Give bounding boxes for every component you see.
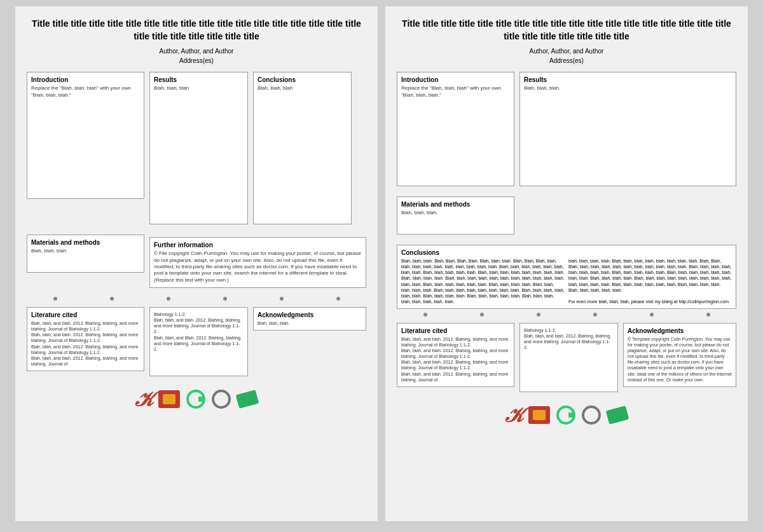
further-text: © File copyright Colin Purrington. You m… [154, 250, 362, 283]
p2-literature-col2-box: Blahology 1:1-2. Blah, blah, and blah. 2… [519, 323, 618, 392]
dot [537, 313, 540, 317]
literature-section: Literature cited Blah, blah, and blah. 2… [27, 307, 144, 376]
literature-text-col2: Blahology 1:1-2. Blah, blah, and blah. 2… [154, 311, 244, 352]
further-heading: Further information [154, 242, 362, 249]
p2-literature-section: Literature cited Blah, blah, and blah. 2… [397, 323, 514, 392]
acknowledgments-box: Acknowledgments Blah, blah, blah. [253, 307, 366, 331]
p2-materials-heading: Materials and methods [401, 201, 510, 208]
literature-col2: Blahology 1:1-2. Blah, blah, and blah. 2… [149, 307, 248, 376]
p2-results-heading: Results [524, 76, 732, 83]
page1-title: Title title title title title title titl… [27, 18, 366, 43]
p2-conclusions-col1: Blah, blah, blah. Blah, Blah, Blah, Blah… [401, 258, 565, 304]
dot [336, 297, 340, 301]
materials-box: Materials and methods Blah, blah, blah [27, 235, 144, 273]
literature-heading: Literature cited [31, 311, 140, 318]
further-box: Further information © File copyright Col… [149, 237, 366, 288]
p2-materials-text: Blah, blah, blah. [401, 210, 510, 216]
dot [280, 297, 284, 301]
page2-icons-row: 𝒦 [397, 399, 736, 432]
page2-bottom: Literature cited Blah, blah, and blah. 2… [397, 323, 736, 392]
introduction-heading: Introduction [31, 76, 140, 83]
page1-bottom: Literature cited Blah, blah, and blah. 2… [27, 307, 366, 376]
introduction-text: Replace the "Blah, blah, blah" with your… [31, 85, 140, 99]
s-icon [236, 390, 259, 409]
page-1: Title title title title title title titl… [15, 6, 378, 521]
page1-author: Author, Author, and Author Address(es) [27, 46, 366, 65]
page1-icons-row: 𝒦 [27, 383, 366, 416]
p2-results-text: Blah, blah, blah. [524, 85, 732, 92]
p2-acknowledgments-text: © Template copyright Colin Purrington. Y… [628, 336, 732, 383]
p2-literature-heading: Literature cited [401, 327, 510, 334]
pages-container: Title title title title title title titl… [15, 6, 748, 521]
conclusions-heading: Conclusions [258, 76, 347, 83]
p2-results-box: Results Blah, blah, blah. [519, 72, 736, 186]
dot [167, 297, 170, 301]
p2-literature-text-col2: Blahology 1:1-2. Blah, blah, and blah. 2… [524, 327, 614, 350]
materials-text: Blah, blah, blah [31, 248, 140, 254]
p2-materials-box: Materials and methods Blah, blah, blah. [397, 196, 514, 235]
o-icon [212, 390, 231, 409]
g-icon [186, 390, 205, 409]
page1-col-left: Introduction Replace the "Blah, blah, bl… [27, 72, 144, 229]
p2-g-icon [556, 406, 575, 425]
dots-row-1 [27, 293, 366, 304]
conclusions-box: Conclusions Blah, blah, blah [253, 72, 352, 224]
results-text: Blah, blah, blah [154, 85, 244, 92]
p2-literature-col1: Blah, blah, and blah. 2012. Blahing, bla… [401, 336, 510, 383]
literature-box: Literature cited Blah, blah, and blah. 2… [27, 307, 144, 371]
page1-col-right: Conclusions Blah, blah, blah [253, 72, 352, 229]
box-icon [158, 390, 180, 408]
p2-o-icon [582, 406, 601, 425]
dots-row-2 [397, 309, 736, 320]
p2-s-icon [606, 406, 629, 425]
results-heading: Results [154, 76, 244, 83]
p2-literature-box: Literature cited Blah, blah, and blah. 2… [397, 323, 514, 387]
p2-acknowledgments-heading: Acknowledgments [628, 327, 732, 334]
dot [423, 313, 427, 317]
literature-text-col1: Blah, blah, and blah. 2012. Blahing, bla… [31, 320, 140, 367]
dot [53, 297, 57, 301]
acknowledgments-text: Blah, blah, blah. [258, 320, 362, 326]
p2-conclusions-box: Conclusions Blah, blah, blah. Blah, Blah… [397, 245, 736, 309]
p2-introduction-text: Replace the "Blah, blah, blah" with your… [401, 85, 510, 99]
acknowledgments-heading: Acknowledgments [258, 311, 362, 318]
p2-introduction-heading: Introduction [401, 76, 510, 83]
dot [110, 297, 114, 301]
p2-conclusions-heading: Conclusions [401, 249, 732, 256]
dot [650, 313, 654, 317]
page2-author: Author, Author, and Author Address(es) [397, 46, 736, 65]
introduction-box: Introduction Replace the "Blah, blah, bl… [27, 72, 144, 199]
dot [480, 313, 484, 317]
dot [706, 313, 710, 317]
dot [593, 313, 597, 317]
p2-acknowledgments-section: Acknowledgments © Template copyright Col… [623, 323, 736, 392]
acknowledgments-section: Acknowledgments Blah, blah, blah. [253, 307, 366, 376]
p2-acknowledgments-box: Acknowledgments © Template copyright Col… [623, 323, 736, 387]
materials-heading: Materials and methods [31, 239, 140, 246]
p2-k-icon: 𝒦 [505, 404, 522, 427]
p2-literature-col2: Blahology 1:1-2. Blah, blah, and blah. 2… [519, 323, 618, 392]
p2-introduction-box: Introduction Replace the "Blah, blah, bl… [397, 72, 514, 186]
p2-conclusions-col2: blah, blah, blah, blah. Blah, blah, blah… [568, 258, 732, 304]
page-2: Title title title title title title titl… [385, 6, 748, 521]
dot [223, 297, 227, 301]
results-box: Results Blah, blah, blah [149, 72, 248, 224]
literature-col2-box: Blahology 1:1-2. Blah, blah, and blah. 2… [149, 307, 248, 376]
p2-conclusions-content: Blah, blah, blah. Blah, Blah, Blah, Blah… [401, 258, 732, 304]
page2-title: Title title title title title title titl… [397, 18, 736, 43]
page1-col-mid: Results Blah, blah, blah [149, 72, 248, 229]
page1-top-columns: Introduction Replace the "Blah, blah, bl… [27, 72, 366, 229]
conclusions-text: Blah, blah, blah [258, 85, 347, 92]
k-icon: 𝒦 [135, 388, 152, 411]
p2-box-icon [528, 406, 550, 424]
